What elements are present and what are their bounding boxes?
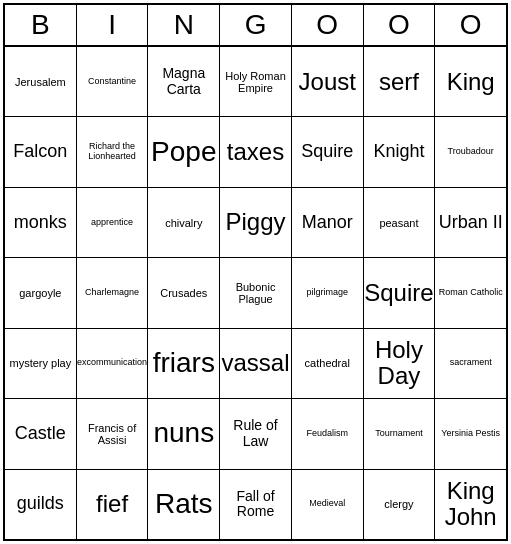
cell-text-3-0: gargoyle — [19, 287, 61, 299]
cell-6-4: Medieval — [292, 470, 364, 539]
header-row: BINGOOO — [5, 5, 506, 47]
cell-3-4: pilgrimage — [292, 258, 364, 327]
cell-5-2: nuns — [148, 399, 220, 468]
cell-text-5-2: nuns — [153, 418, 214, 449]
cell-1-1: Richard the Lionhearted — [77, 117, 149, 186]
cell-text-0-0: Jerusalem — [15, 76, 66, 88]
cell-text-1-4: Squire — [301, 142, 353, 162]
cell-text-4-6: sacrament — [450, 358, 492, 368]
cell-0-4: Joust — [292, 47, 364, 116]
cell-text-4-4: cathedral — [305, 357, 350, 369]
cell-text-2-0: monks — [14, 213, 67, 233]
cell-4-2: friars — [148, 329, 220, 398]
cell-text-4-1: excommunication — [77, 358, 147, 368]
cell-1-5: Knight — [364, 117, 436, 186]
cell-text-3-1: Charlemagne — [85, 288, 139, 298]
cell-text-4-3: vassal — [222, 350, 290, 376]
cell-text-6-3: Fall of Rome — [223, 489, 288, 520]
grid-row-5: CastleFrancis of AssisinunsRule of LawFe… — [5, 399, 506, 469]
cell-4-0: mystery play — [5, 329, 77, 398]
cell-text-3-4: pilgrimage — [306, 288, 348, 298]
grid-row-4: mystery playexcommunicationfriarsvassalc… — [5, 329, 506, 399]
cell-text-5-1: Francis of Assisi — [80, 422, 145, 446]
cell-text-2-4: Manor — [302, 213, 353, 233]
cell-text-0-3: Holy Roman Empire — [223, 70, 288, 94]
cell-5-1: Francis of Assisi — [77, 399, 149, 468]
cell-6-2: Rats — [148, 470, 220, 539]
cell-3-2: Crusades — [148, 258, 220, 327]
grid: JerusalemConstantineMagna CartaHoly Roma… — [5, 47, 506, 539]
cell-1-2: Pope — [148, 117, 220, 186]
cell-text-2-5: peasant — [379, 217, 418, 229]
cell-text-3-5: Squire — [364, 280, 433, 306]
cell-5-0: Castle — [5, 399, 77, 468]
cell-6-3: Fall of Rome — [220, 470, 292, 539]
header-cell-B: B — [5, 5, 77, 45]
cell-text-1-2: Pope — [151, 137, 216, 168]
header-cell-I: I — [77, 5, 149, 45]
cell-2-5: peasant — [364, 188, 436, 257]
cell-text-0-2: Magna Carta — [151, 66, 216, 97]
header-cell-O: O — [435, 5, 506, 45]
cell-text-4-2: friars — [153, 348, 215, 379]
cell-3-1: Charlemagne — [77, 258, 149, 327]
cell-0-2: Magna Carta — [148, 47, 220, 116]
cell-text-5-6: Yersinia Pestis — [441, 429, 500, 439]
cell-0-1: Constantine — [77, 47, 149, 116]
cell-0-5: serf — [364, 47, 436, 116]
cell-5-4: Feudalism — [292, 399, 364, 468]
cell-text-2-3: Piggy — [225, 209, 285, 235]
cell-text-2-6: Urban II — [439, 213, 503, 233]
grid-row-2: monksapprenticechivalryPiggyManorpeasant… — [5, 188, 506, 258]
bingo-card: BINGOOO JerusalemConstantineMagna CartaH… — [3, 3, 508, 541]
cell-1-4: Squire — [292, 117, 364, 186]
cell-0-6: King — [435, 47, 506, 116]
cell-text-3-3: Bubonic Plague — [223, 281, 288, 305]
cell-5-6: Yersinia Pestis — [435, 399, 506, 468]
cell-text-2-2: chivalry — [165, 217, 202, 229]
cell-5-5: Tournament — [364, 399, 436, 468]
cell-text-5-3: Rule of Law — [223, 418, 288, 449]
cell-2-0: monks — [5, 188, 77, 257]
cell-4-4: cathedral — [292, 329, 364, 398]
cell-text-4-5: Holy Day — [367, 337, 432, 390]
cell-text-5-0: Castle — [15, 424, 66, 444]
cell-text-3-6: Roman Catholic — [439, 288, 503, 298]
cell-3-6: Roman Catholic — [435, 258, 506, 327]
cell-2-6: Urban II — [435, 188, 506, 257]
cell-4-3: vassal — [220, 329, 292, 398]
cell-text-0-6: King — [447, 69, 495, 95]
cell-text-1-1: Richard the Lionhearted — [80, 142, 145, 162]
cell-3-3: Bubonic Plague — [220, 258, 292, 327]
cell-text-0-1: Constantine — [88, 77, 136, 87]
cell-2-4: Manor — [292, 188, 364, 257]
cell-3-0: gargoyle — [5, 258, 77, 327]
cell-6-5: clergy — [364, 470, 436, 539]
cell-text-5-5: Tournament — [375, 429, 423, 439]
cell-6-0: guilds — [5, 470, 77, 539]
cell-4-1: excommunication — [77, 329, 149, 398]
cell-text-6-4: Medieval — [309, 499, 345, 509]
cell-2-1: apprentice — [77, 188, 149, 257]
cell-text-6-5: clergy — [384, 498, 413, 510]
grid-row-6: guildsfiefRatsFall of RomeMedievalclergy… — [5, 470, 506, 539]
cell-text-5-4: Feudalism — [306, 429, 348, 439]
cell-text-6-2: Rats — [155, 489, 213, 520]
cell-text-6-0: guilds — [17, 494, 64, 514]
cell-1-3: taxes — [220, 117, 292, 186]
cell-6-6: King John — [435, 470, 506, 539]
cell-6-1: fief — [77, 470, 149, 539]
cell-4-6: sacrament — [435, 329, 506, 398]
cell-text-6-6: King John — [438, 478, 503, 531]
grid-row-3: gargoyleCharlemagneCrusadesBubonic Plagu… — [5, 258, 506, 328]
cell-text-6-1: fief — [96, 491, 128, 517]
cell-text-0-5: serf — [379, 69, 419, 95]
cell-2-2: chivalry — [148, 188, 220, 257]
header-cell-O: O — [292, 5, 364, 45]
cell-1-0: Falcon — [5, 117, 77, 186]
cell-2-3: Piggy — [220, 188, 292, 257]
cell-text-1-6: Troubadour — [448, 147, 494, 157]
cell-text-3-2: Crusades — [160, 287, 207, 299]
cell-1-6: Troubadour — [435, 117, 506, 186]
cell-3-5: Squire — [364, 258, 436, 327]
